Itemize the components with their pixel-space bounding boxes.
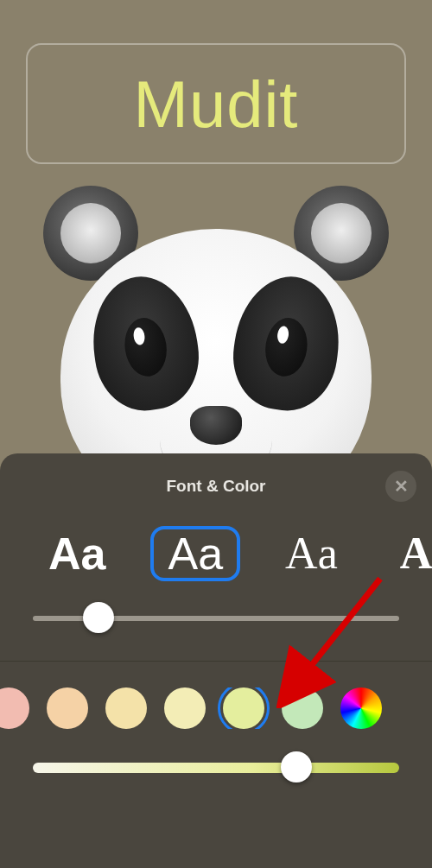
panel-title: Font & Color xyxy=(166,477,265,496)
color-tint-slider[interactable] xyxy=(33,760,399,776)
color-picker-button[interactable] xyxy=(340,687,382,729)
contact-name-card[interactable]: Mudit xyxy=(26,43,406,164)
font-option-1[interactable]: Aa xyxy=(31,526,123,581)
font-options[interactable]: Aa Aa Aa Aa xyxy=(31,526,432,581)
close-icon: ✕ xyxy=(394,476,409,497)
color-swatch-4[interactable] xyxy=(223,687,264,729)
font-color-panel: Font & Color ✕ Aa Aa Aa Aa xyxy=(0,453,432,868)
tint-track xyxy=(33,763,399,773)
color-options[interactable] xyxy=(0,687,432,729)
color-swatch-1[interactable] xyxy=(47,687,88,729)
font-size-slider[interactable] xyxy=(33,611,399,626)
color-swatch-3[interactable] xyxy=(164,687,206,729)
slider-thumb[interactable] xyxy=(83,602,114,633)
font-option-4[interactable]: Aa xyxy=(383,526,432,581)
color-swatch-0[interactable] xyxy=(0,687,29,729)
font-option-3[interactable]: Aa xyxy=(268,526,355,581)
tint-thumb[interactable] xyxy=(281,751,312,782)
font-option-2[interactable]: Aa xyxy=(150,526,240,581)
close-button[interactable]: ✕ xyxy=(385,471,416,502)
contact-name: Mudit xyxy=(134,67,299,142)
color-swatch-5[interactable] xyxy=(282,687,323,729)
color-swatch-2[interactable] xyxy=(105,687,147,729)
divider xyxy=(0,661,432,662)
